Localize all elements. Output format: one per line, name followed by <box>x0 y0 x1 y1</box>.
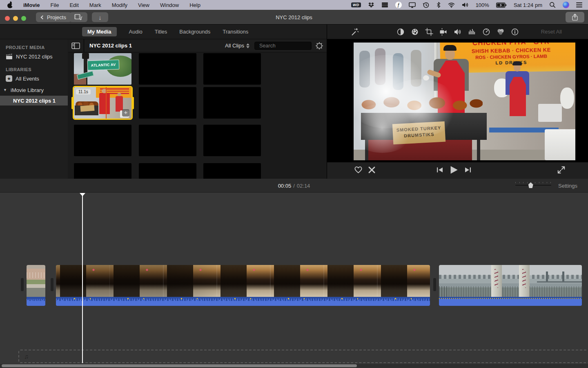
timeline-settings-button[interactable]: Settings <box>558 183 577 189</box>
menu-modify[interactable]: Modify <box>112 2 127 8</box>
clip-black-8[interactable] <box>74 163 131 179</box>
skimmer-line <box>106 87 107 119</box>
fullscreen-button[interactable] <box>557 166 565 174</box>
disclosure-triangle-icon[interactable]: ▼ <box>3 88 7 92</box>
color-filters-button[interactable] <box>497 28 505 36</box>
clip-atlantic-av[interactable]: ATLANTIC AV <box>74 53 131 85</box>
window-title: NYC 2012 clips <box>0 10 588 25</box>
favorite-button[interactable] <box>354 166 363 174</box>
music-note-icon: ♫ <box>24 353 29 360</box>
background-music-well[interactable]: ♫ <box>18 350 588 363</box>
timeline-clip-bridge[interactable] <box>439 265 582 306</box>
bridge-deck <box>537 281 582 283</box>
sidebar-item-project-media[interactable]: NYC 2012 clips <box>0 52 68 61</box>
reset-all-button[interactable]: Reset All <box>541 29 562 35</box>
playhead-line[interactable] <box>82 193 83 363</box>
timeline-clip-waterfront[interactable] <box>27 265 45 306</box>
menu-edit[interactable]: Edit <box>69 2 78 8</box>
info-button[interactable] <box>511 28 519 36</box>
sidebar-item-all-events[interactable]: ★ All Events <box>0 74 68 83</box>
previous-clip-button[interactable] <box>437 167 443 173</box>
clip-black-1[interactable] <box>139 53 196 85</box>
mini-vendor-man <box>99 93 110 114</box>
color-palette-button[interactable] <box>411 28 419 36</box>
clip-black-3[interactable] <box>139 87 196 119</box>
dropbox-icon[interactable] <box>368 2 374 8</box>
current-time: 00:05 <box>278 183 292 189</box>
airplay-display-icon[interactable] <box>409 2 416 8</box>
library-child-label: NYC 2012 clips 1 <box>13 98 56 104</box>
trim-handle-left[interactable] <box>71 97 73 109</box>
function-circle-icon[interactable]: ƒ <box>395 2 402 8</box>
apple-menu-icon[interactable] <box>7 2 13 8</box>
gear-icon <box>315 42 323 50</box>
enhance-wand-button[interactable] <box>351 28 359 36</box>
menu-view[interactable]: View <box>138 2 149 8</box>
tab-audio[interactable]: Audio <box>129 29 143 35</box>
menu-app-name[interactable]: iMovie <box>23 2 40 8</box>
timeline-clip-lobby[interactable] <box>56 265 430 306</box>
clip-black-5[interactable] <box>74 125 131 156</box>
sidebar-item-imovie-library[interactable]: ▼ iMovie Library <box>0 85 68 95</box>
graffiti-pole <box>519 265 530 297</box>
menu-clock[interactable]: Sat 1:24 pm <box>514 2 542 8</box>
spotlight-search-icon[interactable] <box>549 2 556 8</box>
tab-transitions[interactable]: Transitions <box>223 29 248 35</box>
clip-edge-handle[interactable] <box>433 278 436 291</box>
tab-backgrounds[interactable]: Backgrounds <box>179 29 210 35</box>
tab-titles[interactable]: Titles <box>155 29 167 35</box>
sidebar-item-nyc-2012-clips-1[interactable]: NYC 2012 clips 1 <box>0 96 68 105</box>
browser-settings-button[interactable] <box>315 42 323 50</box>
sidebar-toggle-button[interactable] <box>71 42 80 49</box>
clip-black-10[interactable] <box>203 163 261 179</box>
clip-edge-handle[interactable] <box>21 278 24 291</box>
tab-my-media[interactable]: My Media <box>82 27 117 36</box>
crop-button[interactable] <box>425 28 433 36</box>
timeline[interactable]: ♫ <box>0 193 588 364</box>
bluetooth-icon[interactable] <box>436 2 441 8</box>
menu-file[interactable]: File <box>50 2 59 8</box>
project-media-label: NYC 2012 clips <box>16 54 53 60</box>
clip-volume-button[interactable] <box>454 28 462 36</box>
magic-wand-icon <box>351 28 359 36</box>
trim-handle-right[interactable] <box>132 97 134 109</box>
clip-black-9[interactable] <box>139 163 196 179</box>
list-menu-icon[interactable] <box>576 2 582 7</box>
horizontal-scrollbar <box>0 364 588 368</box>
timeline-toolbar: 00:05 / 02:14 Settings <box>0 179 588 193</box>
video-viewer[interactable]: CHICKEN PITA · GYR SHISH KEBAB · CHICKEN… <box>327 39 588 162</box>
all-clips-filter[interactable]: All Clips <box>225 43 249 49</box>
stabilization-button[interactable] <box>439 28 448 36</box>
wd-drive-icon[interactable]: WD <box>351 2 361 7</box>
play-button[interactable] <box>450 166 458 174</box>
cooler-large <box>545 129 575 160</box>
speed-button[interactable] <box>482 28 490 36</box>
menu-mark[interactable]: Mark <box>89 2 101 8</box>
clip-edge-handle[interactable] <box>51 278 53 291</box>
time-machine-icon[interactable] <box>423 2 429 8</box>
raid-drives-icon[interactable] <box>381 2 388 8</box>
hanging-bag <box>560 88 574 109</box>
reject-button[interactable] <box>368 166 376 174</box>
zoom-slider-track[interactable] <box>515 185 551 186</box>
wifi-icon[interactable] <box>448 2 455 8</box>
siri-icon[interactable] <box>563 2 569 8</box>
volume-icon[interactable] <box>462 2 469 8</box>
clip-black-6[interactable] <box>139 125 196 156</box>
clip-black-4[interactable] <box>203 87 261 119</box>
menu-help[interactable]: Help <box>189 2 200 8</box>
zoom-slider-thumb[interactable] <box>528 182 533 188</box>
clip-food-vendor-selected[interactable]: 11.1s + <box>74 87 131 119</box>
clip-black-2[interactable] <box>203 53 261 85</box>
menu-window[interactable]: Window <box>160 2 179 8</box>
search-field[interactable] <box>254 42 312 50</box>
cooler-small <box>538 104 562 122</box>
scrollbar-thumb[interactable] <box>2 364 357 367</box>
share-button[interactable] <box>566 12 584 22</box>
color-balance-button[interactable] <box>396 28 405 36</box>
noise-reduction-button[interactable] <box>468 28 476 36</box>
next-clip-button[interactable] <box>465 167 471 173</box>
add-to-timeline-button[interactable]: + <box>122 109 129 117</box>
clip-black-7[interactable] <box>203 125 261 156</box>
libraries-header: LIBRARIES <box>6 67 68 72</box>
